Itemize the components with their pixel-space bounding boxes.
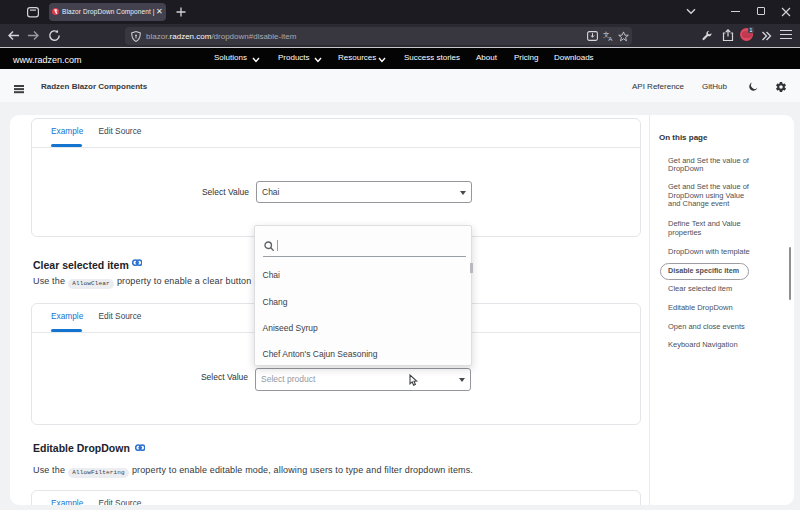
svg-text:A: A (608, 36, 612, 41)
